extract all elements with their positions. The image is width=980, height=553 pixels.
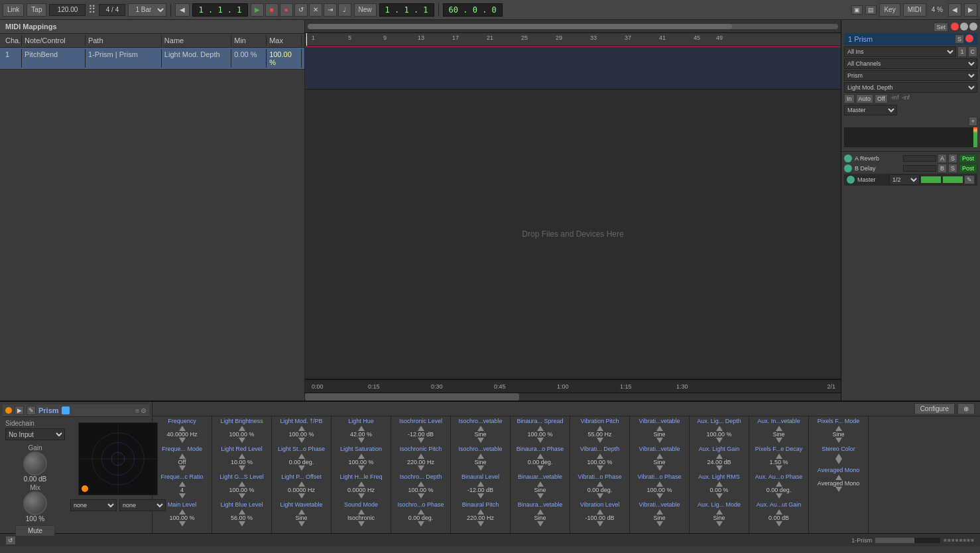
binphase-up[interactable]	[537, 454, 544, 459]
settings-icon[interactable]: ⚙	[141, 407, 147, 414]
follow-btn[interactable]: ⇥	[324, 3, 337, 17]
vibwave3-up[interactable]	[656, 509, 663, 515]
new-button[interactable]: New	[354, 3, 377, 17]
loop-select[interactable]: 1 Bar	[128, 3, 166, 17]
track-lane-midi[interactable]	[305, 46, 841, 89]
all-channels-select[interactable]: All Channels	[844, 58, 977, 69]
main-level-down[interactable]	[179, 521, 186, 526]
auto-button[interactable]: Auto	[856, 94, 874, 103]
isowave2-down[interactable]	[477, 465, 484, 471]
freq-ratio-down[interactable]	[179, 493, 186, 499]
bpm-input[interactable]	[49, 4, 86, 16]
set-button[interactable]: Set	[934, 23, 948, 32]
auxphase-down[interactable]	[776, 493, 782, 499]
none1-select[interactable]: none	[70, 499, 117, 511]
vibphase2-down[interactable]	[656, 493, 663, 499]
vibpitch-down[interactable]	[597, 438, 603, 443]
b-post-btn[interactable]: Post	[959, 164, 977, 173]
vibwave2-down[interactable]	[656, 465, 663, 471]
viblevel-up[interactable]	[597, 509, 603, 515]
smode-up[interactable]	[358, 509, 365, 515]
off-button[interactable]: Off	[875, 94, 888, 103]
red-up[interactable]	[239, 454, 245, 459]
bright-up[interactable]	[239, 426, 245, 431]
sidechain-input-select[interactable]: No Input	[5, 428, 65, 440]
freq-down-triangle[interactable]	[179, 438, 186, 443]
stereocolor-up[interactable]	[835, 454, 842, 459]
vibwave2-up[interactable]	[656, 454, 663, 459]
binphase-down[interactable]	[537, 465, 544, 471]
table-row[interactable]: 1 PitchBend 1-Prism | Prism Light Mod. D…	[0, 48, 304, 70]
b-s-btn[interactable]: S	[948, 164, 957, 173]
binlevel-up[interactable]	[477, 481, 484, 487]
sat-up[interactable]	[358, 454, 365, 459]
mute-button[interactable]: Mute	[15, 525, 55, 536]
vibpitch-up[interactable]	[597, 426, 603, 431]
main-level-up[interactable]	[179, 509, 186, 515]
vibdepth-up[interactable]	[597, 454, 603, 459]
track-s[interactable]: S	[955, 34, 964, 44]
play-button[interactable]: ▶	[251, 3, 264, 17]
avgmono-down[interactable]	[835, 487, 842, 492]
hle-up[interactable]	[358, 481, 365, 487]
stphase-down[interactable]	[298, 465, 305, 471]
binpitch-down[interactable]	[477, 521, 484, 526]
wave-up[interactable]	[298, 509, 305, 515]
freq-mode-down[interactable]	[179, 465, 186, 471]
scroll-bar-top[interactable]	[305, 20, 841, 33]
pixdecay-up[interactable]	[776, 454, 782, 459]
metro-btn[interactable]: ♩	[338, 3, 351, 17]
midi-button[interactable]: MIDI	[903, 3, 926, 17]
zoom-in[interactable]: ▶	[964, 3, 977, 17]
stphase-up[interactable]	[298, 454, 305, 459]
expand-icon[interactable]: ≡	[135, 407, 139, 414]
isodepth-up[interactable]	[418, 481, 424, 487]
isodepth-down[interactable]	[418, 493, 424, 499]
punch-in[interactable]: ✕	[309, 3, 322, 17]
gs-up[interactable]	[239, 481, 245, 487]
save-preset-btn[interactable]: ⊕	[957, 403, 975, 414]
freq-mode-up[interactable]	[179, 454, 186, 459]
isowave-up[interactable]	[477, 426, 484, 431]
a-fader[interactable]	[903, 155, 936, 162]
poffset-down[interactable]	[298, 493, 305, 499]
zoom-out[interactable]: ◀	[948, 3, 961, 17]
b-fader[interactable]	[903, 165, 936, 172]
c-button[interactable]: C	[968, 46, 978, 57]
pixmode-up[interactable]	[835, 426, 842, 431]
auxwave-down[interactable]	[776, 438, 782, 443]
isophase-up[interactable]	[418, 509, 424, 515]
freq-up-triangle[interactable]	[179, 426, 186, 431]
blue-down[interactable]	[239, 521, 245, 526]
mix-knob[interactable]	[23, 491, 47, 515]
binaurawave2-up[interactable]	[537, 509, 544, 515]
vibwave-down[interactable]	[656, 438, 663, 443]
loop-toggle[interactable]: ↺	[294, 3, 308, 17]
freq-ratio-up[interactable]	[179, 481, 186, 487]
bright-down[interactable]	[239, 438, 245, 443]
vibwave-up[interactable]	[656, 426, 663, 431]
master-frac[interactable]: 1/2	[889, 174, 920, 185]
gs-down[interactable]	[239, 493, 245, 499]
binspread-down[interactable]	[537, 438, 544, 443]
b-label-btn[interactable]: B	[938, 164, 947, 173]
auxoutgain-down[interactable]	[776, 521, 782, 526]
isopitch-up[interactable]	[418, 454, 424, 459]
sat-down[interactable]	[358, 465, 365, 471]
h-scrollbar[interactable]	[305, 393, 841, 400]
auxwave-up[interactable]	[776, 426, 782, 431]
configure-button[interactable]: Configure	[914, 403, 955, 414]
pixmode-down[interactable]	[835, 438, 842, 443]
binlevel-down[interactable]	[477, 493, 484, 499]
auxgain-up[interactable]	[716, 454, 723, 459]
wave-down[interactable]	[298, 521, 305, 526]
stereocolor-down[interactable]	[835, 459, 842, 464]
prism-pencil[interactable]: ✎	[27, 406, 36, 415]
binauar-up[interactable]	[537, 481, 544, 487]
key-button[interactable]: Key	[879, 3, 900, 17]
binauar-down[interactable]	[537, 493, 544, 499]
a-label-btn[interactable]: A	[938, 154, 947, 163]
link-button[interactable]: Link	[3, 3, 24, 17]
binaurawave2-down[interactable]	[537, 521, 544, 526]
vibphase-down[interactable]	[597, 493, 603, 499]
